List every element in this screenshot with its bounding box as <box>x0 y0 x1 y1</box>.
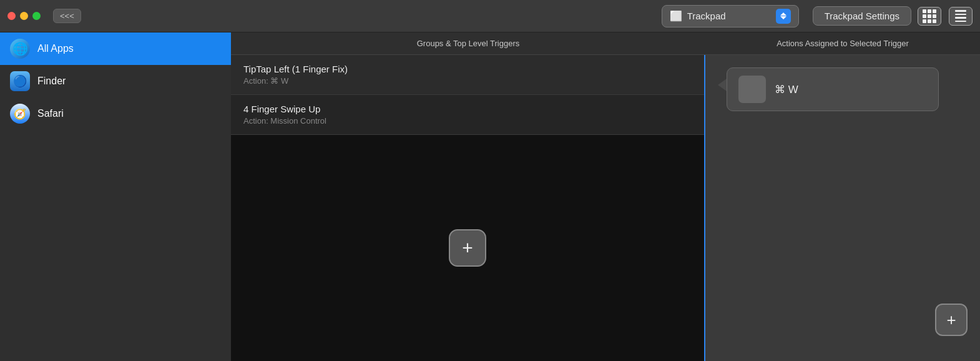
list-view-button[interactable] <box>949 7 973 26</box>
action-card-container: ⌘ W <box>718 67 968 111</box>
sidebar-item-finder[interactable]: 🔵 Finder <box>0 65 231 97</box>
trigger-title-tiptap: TipTap Left (1 Finger Fix) <box>243 64 692 74</box>
add-trigger-button[interactable]: + <box>449 229 486 267</box>
trigger-action-tiptap: Action: ⌘ W <box>243 76 692 86</box>
main-layout: 🌐 All Apps 🔵 Finder 🧭 Safari Groups & To… <box>0 32 980 361</box>
maximize-button[interactable] <box>32 12 41 20</box>
chevron-up-icon <box>780 12 786 16</box>
grid-view-button[interactable] <box>918 7 941 26</box>
finder-icon: 🔵 <box>10 71 30 91</box>
triggers-empty-area: + <box>231 135 704 361</box>
triggers-column: TipTap Left (1 Finger Fix) Action: ⌘ W 4… <box>231 55 705 361</box>
action-card-cmd-w[interactable]: ⌘ W <box>727 67 939 111</box>
sidebar-item-all-apps[interactable]: 🌐 All Apps <box>0 32 231 65</box>
trigger-action-swipe: Action: Mission Control <box>243 116 692 126</box>
chevron-down-icon <box>780 16 786 19</box>
device-name: Trackpad <box>687 11 726 21</box>
action-card-thumbnail <box>738 76 766 103</box>
sidebar-item-label-all-apps: All Apps <box>37 43 74 54</box>
speech-pointer-icon <box>718 79 727 91</box>
content-area: Groups & Top Level Triggers Actions Assi… <box>231 32 980 361</box>
grid-icon <box>923 9 936 23</box>
actions-column: ⌘ W + <box>705 55 980 361</box>
sidebar-item-label-safari: Safari <box>37 108 64 119</box>
trackpad-icon: ⬜ <box>670 10 682 22</box>
sidebar-item-safari[interactable]: 🧭 Safari <box>0 97 231 130</box>
minimize-button[interactable] <box>20 12 28 20</box>
device-chevron-button[interactable] <box>776 9 791 24</box>
trackpad-settings-button[interactable]: Trackpad Settings <box>813 6 911 26</box>
action-card-shortcut: ⌘ W <box>775 83 798 96</box>
add-action-area: + <box>718 124 968 349</box>
device-selector[interactable]: ⬜ Trackpad <box>662 5 799 27</box>
close-button[interactable] <box>7 12 16 20</box>
column-headers: Groups & Top Level Triggers Actions Assi… <box>231 32 980 55</box>
safari-icon: 🧭 <box>10 104 30 124</box>
view-buttons <box>918 7 973 26</box>
trigger-title-swipe: 4 Finger Swipe Up <box>243 104 692 114</box>
all-apps-icon: 🌐 <box>10 39 30 59</box>
title-bar: <<< ⬜ Trackpad Trackpad Settings <box>0 0 980 32</box>
traffic-lights <box>7 12 41 20</box>
list-icon <box>955 10 966 22</box>
trigger-item-4-finger-swipe[interactable]: 4 Finger Swipe Up Action: Mission Contro… <box>231 95 704 135</box>
left-column-header: Groups & Top Level Triggers <box>231 39 705 48</box>
sidebar: 🌐 All Apps 🔵 Finder 🧭 Safari <box>0 32 231 361</box>
add-action-button[interactable]: + <box>935 304 968 336</box>
right-column-header: Actions Assigned to Selected Trigger <box>705 39 980 48</box>
back-button[interactable]: <<< <box>53 9 81 23</box>
sidebar-item-label-finder: Finder <box>37 76 66 87</box>
trigger-item-tiptap-left[interactable]: TipTap Left (1 Finger Fix) Action: ⌘ W <box>231 55 704 95</box>
two-column-layout: TipTap Left (1 Finger Fix) Action: ⌘ W 4… <box>231 55 980 361</box>
